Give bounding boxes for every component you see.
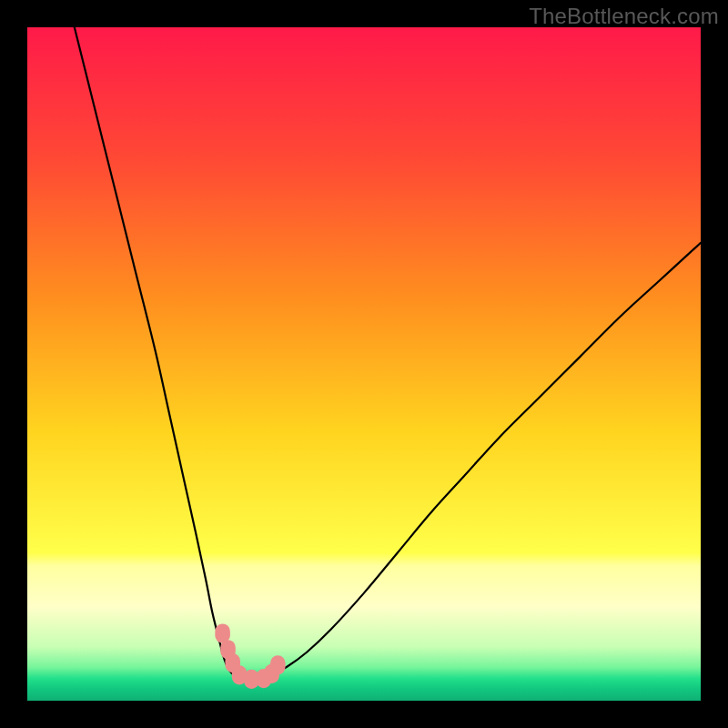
watermark-text: TheBottleneck.com <box>529 4 719 29</box>
chart-frame: TheBottleneck.com <box>0 0 728 728</box>
marker-7 <box>270 655 286 674</box>
chart-background <box>27 27 701 701</box>
chart-canvas <box>27 27 701 701</box>
